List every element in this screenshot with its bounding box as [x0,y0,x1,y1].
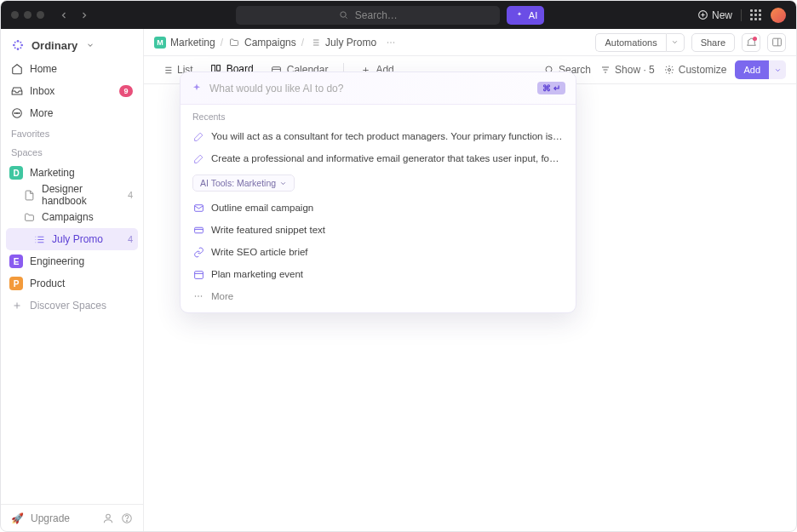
new-button[interactable]: New [697,9,732,21]
workspace-switcher[interactable]: Ordinary [1,32,143,58]
sidebar-item-label: More [30,107,53,119]
search-icon [338,9,350,21]
recent-text: You will act as a consultant for tech pr… [211,131,564,141]
user-icon[interactable] [102,512,114,524]
breadcrumb: M Marketing / Campaigns / July Promo Aut… [144,29,796,56]
ai-panel: ⌘ ↵ Recents You will act as a consultant… [180,72,576,313]
space-badge-icon: M [154,37,166,49]
recents-heading: Recents [181,105,576,125]
svg-point-8 [17,48,20,50]
discover-spaces[interactable]: Discover Spaces [1,295,143,317]
apps-icon[interactable] [750,9,762,21]
svg-point-9 [14,42,16,43]
sidebar-item-inbox[interactable]: Inbox 9 [1,80,143,102]
ai-more[interactable]: More [181,285,576,312]
ai-tools-filter[interactable]: AI Tools: Marketing [192,174,295,192]
svg-point-6 [13,44,15,47]
crumb-july-promo[interactable]: July Promo [309,37,376,49]
list-icon [161,64,173,76]
sidebar-sub-designer-handbook[interactable]: Designer handbook 4 [1,184,143,206]
svg-point-33 [393,42,395,43]
space-label: Product [30,277,65,289]
doc-icon [23,189,35,201]
svg-point-10 [20,42,21,43]
folder-icon [228,37,240,49]
crumb-label: July Promo [325,37,376,49]
space-item-product[interactable]: P Product [1,272,143,295]
sidebar-sub-july-promo[interactable]: July Promo 4 [6,228,138,250]
ai-prompt-input[interactable] [209,83,530,94]
back-button[interactable] [54,6,73,25]
ai-button[interactable]: AI [507,6,544,25]
space-badge: P [9,277,23,290]
add-caret[interactable] [769,60,786,79]
workspace-name: Ordinary [32,39,77,52]
notifications-button[interactable] [742,33,760,52]
wand-icon [192,130,204,142]
svg-point-50 [668,69,670,72]
filter-icon [599,64,611,76]
sidebar-item-label: July Promo [52,233,103,245]
list-icon [33,233,45,245]
crumb-label: Marketing [170,37,215,49]
ai-tool-item[interactable]: Outline email campaign [181,197,576,219]
svg-point-15 [16,112,17,113]
share-button[interactable]: Share [691,33,735,52]
space-item-engineering[interactable]: E Engineering [1,250,143,272]
automations-caret[interactable] [666,33,685,52]
avatar[interactable] [771,8,786,23]
search-placeholder: Search… [355,9,398,21]
sidebar-item-home[interactable]: Home [1,58,143,80]
tool-label: Outline email campaign [211,203,313,213]
recent-item[interactable]: Create a professional and informative em… [181,147,576,169]
tool-label: Show · 5 [615,64,655,76]
show-tool[interactable]: Show · 5 [599,64,655,76]
svg-rect-40 [217,65,221,71]
customize-tool[interactable]: Customize [663,64,727,76]
panel-button[interactable] [767,33,786,52]
chevron-down-icon [279,180,287,187]
inbox-icon [11,85,23,97]
ai-sparkle-icon [513,9,525,21]
svg-point-56 [195,295,197,297]
card-icon [192,224,204,236]
link-icon [192,246,204,258]
ai-tool-item[interactable]: Plan marketing event [181,263,576,285]
tool-label: Write featured snippet text [211,225,325,235]
mail-icon [192,202,204,214]
help-icon[interactable] [121,512,133,524]
svg-point-12 [20,47,21,49]
add-button[interactable]: Add [735,60,769,79]
more-icon[interactable] [385,37,397,49]
sidebar: Ordinary Home Inbox 9 More Favorites Spa… [1,29,144,531]
favorites-heading: Favorites [1,124,143,143]
tool-label: Customize [679,64,727,76]
space-item-marketing[interactable]: D Marketing [1,162,143,184]
ai-tool-item[interactable]: Write featured snippet text [181,219,576,241]
sidebar-item-label: Designer handbook [42,183,121,207]
upgrade-button[interactable]: Upgrade [31,512,70,524]
svg-rect-52 [194,227,203,233]
forward-button[interactable] [75,6,94,25]
svg-rect-54 [194,271,203,278]
sidebar-sub-campaigns[interactable]: Campaigns [1,206,143,228]
crumb-marketing[interactable]: M Marketing [154,37,215,49]
new-label: New [712,9,732,21]
sidebar-item-more[interactable]: More [1,102,143,124]
svg-point-31 [387,42,389,43]
space-label: Marketing [30,167,75,179]
search-input[interactable]: Search… [236,6,500,25]
sidebar-item-label: Discover Spaces [30,300,106,312]
svg-point-58 [201,295,203,297]
space-badge: D [9,166,23,180]
ai-tool-item[interactable]: Write SEO article brief [181,241,576,263]
ai-label: AI [529,10,537,20]
svg-point-5 [17,40,20,43]
kbd-shortcut: ⌘ ↵ [537,82,565,94]
window-controls[interactable] [11,11,44,19]
recent-item[interactable]: You will act as a consultant for tech pr… [181,125,576,147]
automations-button[interactable]: Automations [595,33,665,52]
crumb-campaigns[interactable]: Campaigns [228,37,296,49]
notification-dot [753,37,757,41]
plus-icon [11,300,23,312]
